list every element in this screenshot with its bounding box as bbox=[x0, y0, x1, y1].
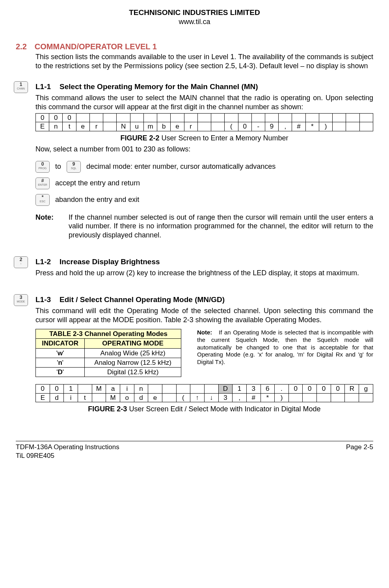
chan-key-icon: 1 CHAN bbox=[14, 81, 28, 93]
lcd-cell bbox=[317, 393, 331, 402]
l1-2-para: Press and hold the up arrow (2) key to i… bbox=[35, 269, 373, 278]
lcd-cell bbox=[92, 393, 106, 402]
lcd-cell bbox=[319, 114, 332, 122]
zero-prog-key-icon: 0PROG bbox=[35, 161, 50, 173]
to-word: to bbox=[55, 162, 61, 171]
lcd-cell: 0 bbox=[238, 122, 251, 131]
lcd-cell: ) bbox=[319, 122, 332, 131]
lcd-cell bbox=[171, 114, 184, 122]
lcd-cell: - bbox=[251, 122, 265, 131]
now-select-text: Now, select a number from 001 to 230 as … bbox=[35, 145, 373, 154]
lcd-cell: M bbox=[92, 385, 106, 393]
lcd-cell: u bbox=[130, 122, 143, 131]
lcd-cell bbox=[238, 114, 251, 122]
lcd-cell bbox=[265, 114, 278, 122]
l1-3-num: L1-3 bbox=[35, 295, 51, 304]
hash-enter-key-icon: #ENTER bbox=[35, 177, 50, 189]
lcd-cell bbox=[251, 114, 265, 122]
note-text: If the channel number selected is out of… bbox=[69, 213, 373, 240]
lcd-cell bbox=[162, 385, 176, 393]
page-footer: TDFM-136A Operating Instructions TiL 09R… bbox=[16, 441, 373, 460]
lcd-cell: o bbox=[120, 393, 134, 402]
lcd-cell: 0 bbox=[36, 385, 50, 393]
table-row: 'D'Digital (12.5 kHz) bbox=[36, 368, 181, 377]
lcd-cell: R bbox=[345, 385, 359, 393]
lcd-cell bbox=[225, 114, 238, 122]
lcd-cell: i bbox=[120, 385, 134, 393]
table-row: 'w'Analog Wide (25 kHz) bbox=[36, 348, 181, 358]
lcd-cell bbox=[305, 114, 319, 122]
lcd-cell bbox=[162, 393, 176, 402]
lcd-cell: n bbox=[134, 385, 148, 393]
lcd-cell bbox=[359, 393, 373, 402]
lcd-cell: b bbox=[157, 122, 171, 131]
lcd-cell: ↑ bbox=[190, 393, 205, 402]
lcd-cell bbox=[303, 393, 317, 402]
lcd-cell bbox=[346, 114, 359, 122]
lcd-cell bbox=[359, 122, 373, 131]
lcd-cell bbox=[292, 114, 305, 122]
nine-sql-key-icon: 9SQL bbox=[67, 161, 81, 173]
lcd-cell: 3 bbox=[246, 385, 261, 393]
lcd-cell: M bbox=[106, 393, 120, 402]
side-note: Note: If an Operating Mode is selected t… bbox=[197, 329, 373, 366]
lcd-cell: 6 bbox=[261, 385, 275, 393]
lcd-cell bbox=[103, 114, 117, 122]
mode-key-icon: 3 MODE bbox=[14, 294, 28, 306]
note-label: Note: bbox=[35, 213, 59, 240]
lcd-cell: 1 bbox=[64, 385, 78, 393]
accept-text: accept the entry and return bbox=[55, 179, 140, 188]
lcd-cell bbox=[176, 385, 190, 393]
lcd-cell bbox=[359, 114, 373, 122]
lcd-cell bbox=[333, 122, 346, 131]
section-title: COMMAND/OPERATOR LEVEL 1 bbox=[35, 42, 157, 52]
lcd-cell bbox=[211, 114, 225, 122]
lcd-cell: ( bbox=[176, 393, 190, 402]
lcd-cell: 9 bbox=[265, 122, 278, 131]
lcd-cell bbox=[143, 114, 157, 122]
footer-left-1: TDFM-136A Operating Instructions bbox=[16, 443, 119, 451]
lcd-cell: i bbox=[64, 393, 78, 402]
table-row: 'n'Analog Narrow (12.5 kHz) bbox=[36, 358, 181, 367]
lcd-cell bbox=[148, 385, 162, 393]
lcd-cell: # bbox=[292, 122, 305, 131]
section-number: 2.2 bbox=[16, 42, 27, 52]
lcd-cell bbox=[331, 393, 345, 402]
lcd-table-2: 001MainD136.0000Rg EditMode(↑↓3,#*) bbox=[35, 384, 373, 402]
lcd-cell: ) bbox=[275, 393, 289, 402]
lcd-cell: * bbox=[305, 122, 319, 131]
lcd-cell bbox=[184, 114, 197, 122]
l1-3-para: This command will edit the Operating Mod… bbox=[35, 306, 373, 324]
lcd-cell bbox=[117, 114, 130, 122]
star-esc-key-icon: *ESC bbox=[35, 194, 50, 206]
lcd-cell: E bbox=[36, 393, 50, 402]
table-title: TABLE 2-3 Channel Operating Modes bbox=[36, 329, 181, 339]
lcd-cell: 0 bbox=[317, 385, 331, 393]
lcd-cell bbox=[76, 114, 89, 122]
lcd-cell: ↓ bbox=[204, 393, 218, 402]
lcd-cell bbox=[89, 114, 103, 122]
figure-2-2-caption: FIGURE 2-2 User Screen to Enter a Memory… bbox=[35, 134, 373, 143]
lcd-cell: t bbox=[78, 393, 92, 402]
operating-modes-table: TABLE 2-3 Channel Operating Modes INDICA… bbox=[35, 329, 181, 377]
col-operating-mode: OPERATING MODE bbox=[85, 339, 181, 348]
lcd-cell bbox=[157, 114, 171, 122]
decimal-mode-text: decimal mode: enter number, cursor autom… bbox=[86, 162, 275, 171]
l1-1-num: L1-1 bbox=[35, 82, 51, 91]
header-company: TECHNISONIC INDUSTRIES LIMITED bbox=[16, 8, 373, 17]
lcd-cell: n bbox=[49, 122, 63, 131]
lcd-cell: , bbox=[233, 393, 247, 402]
lcd-cell: 0 bbox=[303, 385, 317, 393]
footer-left-2: TiL 09RE405 bbox=[16, 452, 119, 460]
header-url: www.til.ca bbox=[16, 17, 373, 26]
lcd-cell bbox=[78, 385, 92, 393]
lcd-cell: e bbox=[148, 393, 162, 402]
lcd-cell: 0 bbox=[331, 385, 345, 393]
lcd-cell: 0 bbox=[49, 114, 63, 122]
lcd-cell bbox=[333, 114, 346, 122]
l1-2-title: Increase Display Brightness bbox=[60, 257, 160, 267]
lcd-cell: * bbox=[261, 393, 275, 402]
lcd-cell: a bbox=[106, 385, 120, 393]
lcd-cell bbox=[204, 385, 218, 393]
lcd-cell: e bbox=[171, 122, 184, 131]
